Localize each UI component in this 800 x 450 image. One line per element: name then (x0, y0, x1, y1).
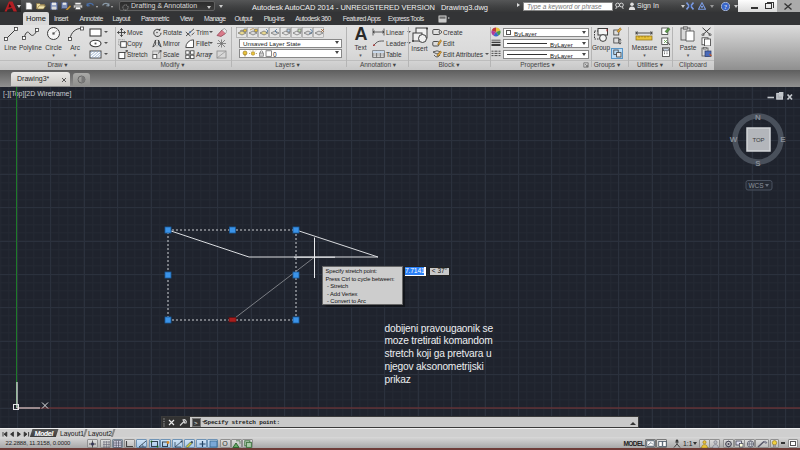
svg-text:TOP: TOP (752, 137, 764, 143)
svg-text:W: W (730, 135, 738, 144)
svg-text:?: ? (724, 2, 727, 9)
svg-text:N: N (755, 113, 761, 122)
svg-text:WCS: WCS (748, 182, 764, 189)
svg-text:S: S (755, 159, 761, 168)
svg-text:E: E (780, 135, 786, 144)
